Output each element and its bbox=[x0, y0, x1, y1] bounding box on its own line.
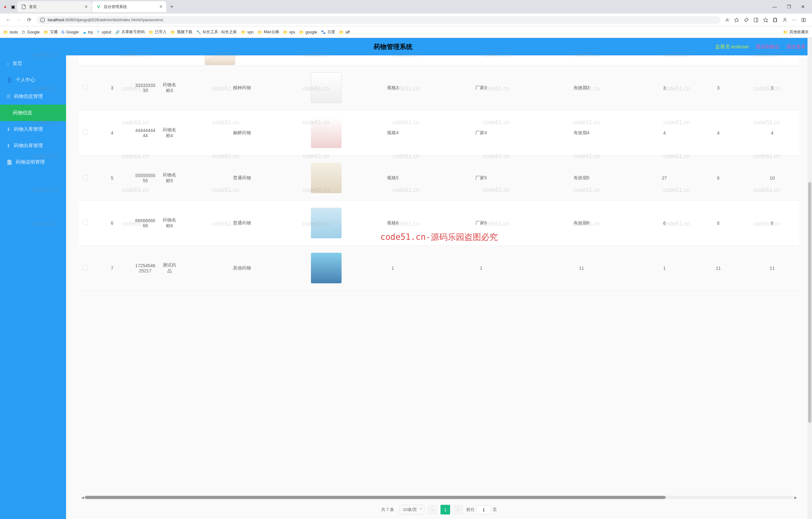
in-icon: ⬇ bbox=[6, 126, 11, 132]
horizontal-scrollbar[interactable]: ◀ ▶ bbox=[66, 494, 812, 500]
bookmark-item[interactable]: 📁vpn bbox=[241, 30, 254, 34]
sidebar-item-drug-desc[interactable]: 📄药物说明管理 bbox=[0, 154, 66, 170]
hscroll-track[interactable] bbox=[85, 496, 793, 499]
table-row[interactable]: 5 5555555555 药物名称5 普通药物 规格5 厂家5 有效期5 27 … bbox=[79, 155, 799, 201]
vscroll-thumb[interactable] bbox=[808, 182, 811, 423]
bookmark-item[interactable]: 🐾百度 bbox=[321, 29, 335, 35]
folder-icon: 📁 bbox=[783, 30, 788, 34]
row-checkbox[interactable] bbox=[83, 265, 88, 270]
page-icon: 🗋 bbox=[22, 30, 25, 34]
cell-c3: 10 bbox=[745, 155, 799, 201]
scroll-left-arrow[interactable]: ◀ bbox=[80, 495, 85, 500]
close-icon[interactable]: × bbox=[160, 4, 163, 10]
bookmark-item[interactable]: 📁宝藏 bbox=[44, 29, 58, 35]
split-icon[interactable] bbox=[801, 18, 806, 23]
forward-button[interactable]: → bbox=[13, 17, 24, 23]
table-row[interactable]: 4 4444444444 药物名称4 麻醉药物 规格4 厂家4 有效期4 4 4… bbox=[79, 111, 799, 155]
url-input[interactable]: localhost:8080/djangojb526/admin/dist/in… bbox=[37, 16, 721, 24]
more-icon[interactable]: ⋯ bbox=[792, 18, 796, 23]
bookmark-item[interactable]: 🗋Google bbox=[22, 30, 40, 34]
drug-image[interactable] bbox=[311, 162, 342, 193]
sidebar-item-drug-out[interactable]: ⬆药物出库管理 bbox=[0, 138, 66, 154]
folder-icon: 📁 bbox=[241, 30, 246, 34]
browser-tab[interactable]: 首页 × bbox=[18, 1, 91, 12]
favorites-bar-icon[interactable] bbox=[763, 18, 768, 23]
tools-icon: 🔧 bbox=[196, 30, 201, 34]
sidebar-item-drug-info-mgmt[interactable]: ☰药物信息管理 bbox=[0, 88, 66, 104]
drug-image[interactable] bbox=[311, 118, 342, 148]
tab-overview-icon[interactable]: ▣ bbox=[8, 4, 18, 9]
cell-expiry: 有效期4 bbox=[525, 111, 637, 155]
close-window-button[interactable]: ✕ bbox=[796, 4, 810, 9]
vue-icon: V bbox=[96, 4, 101, 9]
close-icon[interactable]: × bbox=[85, 4, 88, 10]
table-row[interactable]: 7 1725454625217 测试药品 其他药物 1 1 11 1 11 11 bbox=[79, 246, 799, 291]
refresh-button[interactable]: ⟳ bbox=[24, 17, 34, 23]
user-label[interactable]: 监督员 testUser bbox=[715, 44, 749, 50]
cell-index: 7 bbox=[92, 246, 133, 291]
cell-vendor: 厂家4 bbox=[437, 111, 525, 155]
drug-image[interactable] bbox=[311, 72, 342, 103]
bookmark-item[interactable]: ☁txy bbox=[83, 30, 93, 34]
page-number-button[interactable]: 1 bbox=[440, 505, 450, 515]
minimize-button[interactable]: — bbox=[767, 4, 782, 9]
page-size-select[interactable]: 10条/页 bbox=[399, 505, 424, 515]
collections-icon[interactable] bbox=[773, 18, 778, 23]
user-icon: 👤 bbox=[6, 77, 12, 83]
drug-image[interactable] bbox=[311, 208, 342, 238]
bookmark-item[interactable]: 🔗共享账号密码 bbox=[115, 29, 145, 35]
extensions-icon[interactable] bbox=[744, 18, 749, 23]
prev-page-button[interactable]: ‹ bbox=[428, 505, 437, 515]
svg-marker-6 bbox=[763, 18, 767, 22]
bookmark-item[interactable]: 🔧站长工具 - 站长之家 bbox=[196, 29, 237, 35]
bookmark-item[interactable]: 📁视频下载 bbox=[170, 29, 192, 35]
account-icon[interactable] bbox=[782, 18, 787, 23]
row-checkbox[interactable] bbox=[83, 175, 88, 180]
table-row[interactable]: 3 3333333333 药物名称3 精神药物 规格3 厂家3 有效期3 3 3… bbox=[79, 65, 799, 111]
cell-name: 药物名称4 bbox=[158, 111, 181, 155]
cell-image bbox=[303, 65, 349, 111]
sidebar-item-home[interactable]: ⌂首页 bbox=[0, 55, 66, 72]
bookmark-item[interactable]: 📁tools bbox=[3, 30, 18, 34]
cell-c3: 11 bbox=[745, 246, 799, 291]
bookmark-item[interactable]: 📁已导入 bbox=[149, 29, 167, 35]
sidebar-icon[interactable] bbox=[753, 18, 758, 23]
logout-link[interactable]: 退出登录 bbox=[786, 44, 806, 50]
sidebar-item-profile[interactable]: 👤个人中心 bbox=[0, 72, 66, 88]
folder-icon: 📁 bbox=[170, 30, 175, 34]
exit-front-link[interactable]: 退出到前台 bbox=[756, 44, 780, 50]
scroll-right-arrow[interactable]: ▶ bbox=[793, 495, 798, 500]
cell-name: 药物名称6 bbox=[158, 201, 181, 246]
bookmark-item[interactable]: 📁aff bbox=[339, 30, 350, 34]
favorite-icon[interactable] bbox=[734, 18, 739, 23]
bookmark-item[interactable]: 📁其他收藏夹 bbox=[783, 29, 809, 35]
sidebar-item-drug-in[interactable]: ⬇药物入库管理 bbox=[0, 121, 66, 138]
bookmark-item[interactable]: 📁Max云梯 bbox=[257, 29, 279, 35]
cell-c3: 6 bbox=[745, 201, 799, 246]
bookmark-item[interactable]: 📁google bbox=[299, 30, 317, 34]
page-icon bbox=[21, 4, 26, 9]
vertical-scrollbar[interactable] bbox=[808, 38, 812, 519]
goto-input[interactable] bbox=[476, 506, 491, 514]
maximize-button[interactable]: ❐ bbox=[782, 4, 796, 9]
row-checkbox[interactable] bbox=[83, 220, 88, 225]
browser-tab-active[interactable]: V 后台管理系统 × bbox=[92, 1, 166, 12]
bookmark-item[interactable]: 📁vps bbox=[283, 30, 295, 34]
bookmark-item[interactable]: ⇑uplod bbox=[97, 30, 111, 34]
new-tab-button[interactable]: + bbox=[167, 4, 177, 10]
cell-type: 其他药物 bbox=[181, 246, 303, 291]
row-checkbox[interactable] bbox=[83, 85, 88, 90]
row-checkbox[interactable] bbox=[83, 130, 88, 135]
folder-icon: 📁 bbox=[299, 30, 304, 34]
cell-expiry: 有效期5 bbox=[525, 155, 637, 201]
drug-image[interactable] bbox=[311, 253, 342, 283]
cell-name: 药物名称3 bbox=[158, 65, 181, 111]
table-row[interactable]: 6 6666666666 药物名称6 普通药物 规格6 厂家6 有效期6 6 6… bbox=[79, 201, 799, 246]
read-aloud-icon[interactable]: A⁾ bbox=[726, 18, 729, 23]
next-page-button[interactable]: › bbox=[453, 505, 463, 515]
sidebar-item-drug-info[interactable]: 药物信息 bbox=[0, 104, 66, 121]
hscroll-thumb[interactable] bbox=[85, 496, 666, 499]
back-button[interactable]: ← bbox=[3, 17, 13, 23]
bookmark-item[interactable]: GGoogle bbox=[62, 30, 79, 34]
table-wrapper[interactable]: 3 3333333333 药物名称3 精神药物 规格3 厂家3 有效期3 3 3… bbox=[66, 55, 812, 494]
